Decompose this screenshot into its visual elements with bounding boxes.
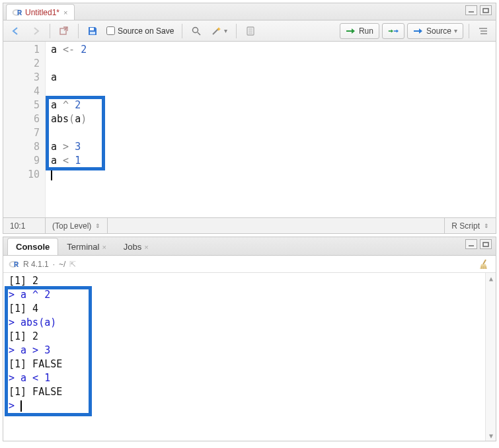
- maximize-pane-button[interactable]: [480, 5, 492, 15]
- text-cursor: [20, 400, 22, 412]
- console-input-line: > a < 1: [9, 371, 490, 385]
- console-output-line: [1] 4: [9, 302, 490, 316]
- console-tab-console[interactable]: Console: [7, 238, 58, 255]
- gutter-line-number: 10: [3, 168, 40, 182]
- source-on-save-checkbox[interactable]: Source on Save: [104, 26, 176, 36]
- dropdown-caret-icon: ▾: [224, 27, 227, 34]
- scroll-down-icon[interactable]: ▼: [486, 430, 496, 441]
- clear-console-button[interactable]: [479, 258, 490, 272]
- scope-selector[interactable]: (Top Level) ⇕: [46, 218, 108, 233]
- run-button[interactable]: Run: [340, 23, 379, 39]
- source-button[interactable]: Source ▾: [407, 23, 463, 39]
- console-tab-jobs[interactable]: Jobs×: [115, 238, 157, 255]
- code-line[interactable]: [51, 126, 87, 140]
- rerun-button[interactable]: [382, 23, 404, 39]
- svg-rect-7: [90, 32, 95, 34]
- console-input-line: > a ^ 2: [9, 288, 490, 302]
- console-tab-terminal[interactable]: Terminal×: [58, 238, 115, 255]
- source-label: Source: [426, 26, 451, 36]
- code-line[interactable]: a < 1: [51, 154, 87, 168]
- maximize-pane-button[interactable]: [480, 239, 492, 249]
- updown-caret-icon: ⇕: [95, 223, 100, 229]
- rerun-icon: [388, 26, 399, 36]
- editor-tabbar: R Untitled1* ×: [3, 3, 496, 20]
- console-input-line: > abs(a): [9, 316, 490, 330]
- gutter-line-number: 8: [3, 140, 40, 154]
- minimize-pane-button[interactable]: [465, 5, 477, 15]
- run-label: Run: [359, 26, 373, 36]
- text-cursor: [51, 169, 52, 180]
- popout-icon: [59, 26, 69, 36]
- forward-button[interactable]: [27, 23, 44, 39]
- outline-icon: [478, 26, 488, 36]
- console-output-line: [1] 2: [9, 274, 490, 288]
- editor-code[interactable]: a <- 2 a a ^ 2abs(a) a > 3a < 1: [46, 42, 92, 217]
- r-logo-icon: R: [9, 259, 19, 270]
- console-output-line: [1] FALSE: [9, 357, 490, 371]
- close-tab-icon[interactable]: ×: [102, 243, 106, 251]
- outline-button[interactable]: [475, 23, 492, 39]
- pane-window-controls: [465, 5, 492, 15]
- working-directory[interactable]: ~/: [59, 260, 65, 269]
- editor-tab-title: Untitled1*: [25, 8, 59, 17]
- gutter-line-number: 9: [3, 154, 40, 168]
- tab-label: Jobs: [124, 242, 141, 252]
- close-tab-icon[interactable]: ×: [144, 243, 148, 251]
- arrow-left-icon: [11, 26, 21, 36]
- editor-toolbar: Source on Save ▾ Run Source ▾: [3, 20, 496, 42]
- code-line[interactable]: a: [51, 71, 87, 85]
- svg-rect-4: [483, 9, 488, 13]
- updown-caret-icon: ⇕: [484, 223, 489, 229]
- save-button[interactable]: [84, 23, 101, 39]
- notebook-icon: [245, 26, 256, 36]
- gutter-line-number: 2: [3, 57, 40, 71]
- show-in-new-window-button[interactable]: [56, 23, 73, 39]
- console-output-line: [1] FALSE: [9, 385, 490, 399]
- console-tabbar: ConsoleTerminal×Jobs×: [3, 237, 496, 256]
- run-arrow-icon: [346, 26, 356, 36]
- console-prompt: >: [9, 399, 490, 413]
- editor-gutter: 12345678910: [3, 42, 46, 217]
- svg-point-8: [193, 27, 198, 32]
- scroll-up-icon[interactable]: ▲: [486, 273, 496, 283]
- filetype-selector[interactable]: R Script ⇕: [445, 218, 496, 233]
- code-line[interactable]: [51, 57, 87, 71]
- code-line[interactable]: a ^ 2: [51, 98, 87, 112]
- editor-body[interactable]: 12345678910 a <- 2 a a ^ 2abs(a) a > 3a …: [3, 42, 496, 217]
- svg-line-9: [198, 32, 200, 35]
- cursor-position: 10:1: [3, 218, 46, 233]
- gutter-line-number: 7: [3, 126, 40, 140]
- close-tab-icon[interactable]: ×: [62, 9, 69, 17]
- search-icon: [191, 26, 202, 36]
- svg-line-27: [483, 260, 486, 264]
- console-output[interactable]: [1] 2> a ^ 2[1] 4> abs(a)[1] 2> a > 3[1]…: [3, 273, 496, 441]
- pane-window-controls: [465, 239, 492, 249]
- save-icon: [87, 26, 98, 36]
- gutter-line-number: 4: [3, 85, 40, 98]
- gutter-line-number: 3: [3, 71, 40, 85]
- wand-icon: [211, 26, 221, 36]
- source-arrow-icon: [413, 26, 424, 36]
- console-output-line: [1] 2: [9, 330, 490, 344]
- code-line[interactable]: abs(a): [51, 112, 87, 126]
- code-line[interactable]: [51, 168, 87, 182]
- editor-statusbar: 10:1 (Top Level) ⇕ R Script ⇕: [3, 217, 496, 233]
- code-line[interactable]: [51, 85, 87, 98]
- dropdown-caret-icon: ▾: [454, 27, 457, 34]
- gutter-line-number: 1: [3, 43, 40, 57]
- compile-report-button[interactable]: [242, 23, 259, 39]
- r-version: R 4.1.1: [23, 260, 49, 269]
- code-line[interactable]: a > 3: [51, 140, 87, 154]
- find-button[interactable]: [188, 23, 205, 39]
- wd-popout-icon[interactable]: ⇱: [69, 260, 76, 269]
- tab-label: Terminal: [67, 242, 99, 252]
- editor-tab[interactable]: R Untitled1* ×: [6, 4, 75, 20]
- minimize-pane-button[interactable]: [465, 239, 477, 249]
- svg-rect-6: [90, 28, 94, 30]
- svg-rect-23: [483, 243, 488, 246]
- code-tools-button[interactable]: ▾: [208, 23, 231, 39]
- console-scrollbar[interactable]: ▲ ▼: [485, 273, 496, 441]
- back-button[interactable]: [7, 23, 24, 39]
- code-line[interactable]: a <- 2: [51, 43, 87, 57]
- arrow-right-icon: [30, 26, 41, 36]
